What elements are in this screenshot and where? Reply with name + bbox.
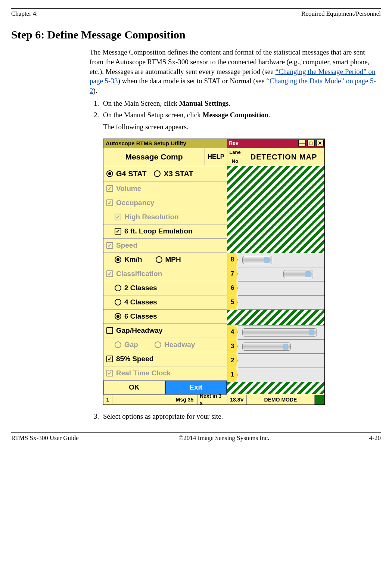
speed-unit-row: Km/h MPH <box>103 253 227 267</box>
lane-num-6: 6 <box>227 281 238 295</box>
status-indicator-icon <box>315 395 324 405</box>
vehicle-icon <box>283 270 313 278</box>
gap-headway-sub-row: Gap Headway <box>103 338 227 352</box>
highres-checkbox[interactable] <box>115 214 121 220</box>
step-2-follow: The following screen appears. <box>103 122 379 132</box>
status-bar: 1 Msg 35 Next in 3 s 18.8V DEMO MODE <box>103 395 324 405</box>
status-msg: Msg 35 <box>172 395 197 405</box>
rtc-row: Real Time Clock <box>103 366 227 381</box>
stat-mode-row: G4 STAT X3 STAT <box>103 166 227 182</box>
p85-checkbox[interactable] <box>106 356 113 362</box>
step-1: On the Main Screen, click Manual Setting… <box>101 99 379 108</box>
stripe-zone-top <box>227 166 324 253</box>
lane-row-7: 7 <box>227 267 324 281</box>
step-3: Select options as appropriate for your s… <box>101 412 379 421</box>
lane-row-6: 6 <box>227 281 324 295</box>
step-2: On the Manual Setup screen, click Messag… <box>101 110 379 405</box>
detection-map-title: DETECTION MAP <box>243 148 324 166</box>
header-right: Required Equipment/Personnel <box>301 10 381 18</box>
classes-6-row: 6 Classes <box>103 310 227 324</box>
footer-right: 4-20 <box>369 434 381 443</box>
intro-text-3: ). <box>93 87 97 94</box>
classes-6-radio[interactable] <box>115 313 121 320</box>
lane-num-3: 3 <box>227 340 238 354</box>
lane-row-5: 5 <box>227 295 324 310</box>
step-heading: Step 6: Define Message Composition <box>11 27 381 43</box>
help-button[interactable]: HELP <box>205 148 227 166</box>
mph-radio[interactable] <box>156 256 162 263</box>
lane-num-1: 1 <box>227 368 238 382</box>
intro-text-2: ) when the data mode is set to STAT or N… <box>118 77 266 85</box>
ordered-steps: On the Main Screen, click Manual Setting… <box>90 99 379 421</box>
highres-row: High Resolution <box>103 210 227 224</box>
gap-radio[interactable] <box>115 341 121 348</box>
status-num: 1 <box>103 395 112 405</box>
volume-checkbox[interactable] <box>106 185 113 192</box>
status-voltage: 18.8V <box>227 395 247 405</box>
lane-row-2: 2 <box>227 354 324 368</box>
gap-headway-row: Gap/Headway <box>103 324 227 338</box>
vehicle-icon <box>242 343 291 351</box>
lane-num-5: 5 <box>227 295 238 310</box>
lane-row-1: 1 <box>227 368 324 382</box>
lane-num-7: 7 <box>227 267 238 281</box>
x3-stat-radio[interactable] <box>154 170 161 177</box>
classes-2-row: 2 Classes <box>103 281 227 295</box>
occupancy-checkbox[interactable] <box>106 199 113 206</box>
detection-map: 8 7 6 <box>227 166 324 395</box>
ok-button[interactable]: OK <box>103 381 165 394</box>
footer-left: RTMS Sx-300 User Guide <box>11 434 79 443</box>
page-footer: RTMS Sx-300 User Guide ©2014 Image Sensi… <box>11 434 381 443</box>
vehicle-icon <box>242 256 272 264</box>
close-icon[interactable]: ✕ <box>316 140 324 146</box>
rtc-checkbox[interactable] <box>106 370 113 376</box>
rev-label: Rev <box>227 139 243 148</box>
exit-button[interactable]: Exit <box>165 381 227 394</box>
lane-label: Lane <box>227 148 243 157</box>
kmh-radio[interactable] <box>115 256 121 263</box>
classes-4-radio[interactable] <box>115 299 121 306</box>
stripe-zone-mid <box>227 310 324 325</box>
app-window: Autoscope RTMS Setup Utility Rev — □ ✕ M… <box>103 139 325 405</box>
lane-num-4: 4 <box>227 325 238 340</box>
panel-title: Message Comp <box>103 148 205 166</box>
loop-row: 6 ft. Loop Emulation <box>103 224 227 239</box>
lane-row-8: 8 <box>227 253 324 267</box>
speed-checkbox[interactable] <box>106 242 113 249</box>
occupancy-row: Occupancy <box>103 196 227 210</box>
classification-row: Classification <box>103 267 227 281</box>
lane-row-3: 3 <box>227 340 324 354</box>
page-header: Chapter 4: Required Equipment/Personnel <box>11 10 381 18</box>
stripe-zone-bottom <box>227 382 324 394</box>
classes-4-row: 4 Classes <box>103 295 227 310</box>
window-title: Autoscope RTMS Setup Utility <box>103 139 227 148</box>
maximize-icon[interactable]: □ <box>307 140 315 146</box>
no-label: No <box>227 157 243 166</box>
headway-radio[interactable] <box>155 341 161 348</box>
p85-row: 85% Speed <box>103 352 227 366</box>
header-left: Chapter 4: <box>11 10 38 18</box>
titlebar: Autoscope RTMS Setup Utility Rev — □ ✕ <box>103 139 324 148</box>
loop-checkbox[interactable] <box>115 228 121 235</box>
footer-center: ©2014 Image Sensing Systems Inc. <box>178 434 269 443</box>
intro-paragraph: The Message Composition defines the cont… <box>90 47 379 95</box>
lane-row-4: 4 <box>227 325 324 340</box>
gap-headway-checkbox[interactable] <box>106 327 113 334</box>
vehicle-icon <box>242 328 317 337</box>
minimize-icon[interactable]: — <box>298 140 306 146</box>
classes-2-radio[interactable] <box>115 285 121 291</box>
volume-row: Volume <box>103 182 227 196</box>
classification-checkbox[interactable] <box>106 270 113 277</box>
status-mode: DEMO MODE <box>247 395 315 405</box>
lane-num-8: 8 <box>227 253 238 267</box>
speed-row: Speed <box>103 239 227 253</box>
lane-num-2: 2 <box>227 354 238 368</box>
status-next: Next in 3 s <box>197 395 227 405</box>
g4-stat-radio[interactable] <box>106 170 113 177</box>
options-panel: G4 STAT X3 STAT Volume O <box>103 166 227 395</box>
